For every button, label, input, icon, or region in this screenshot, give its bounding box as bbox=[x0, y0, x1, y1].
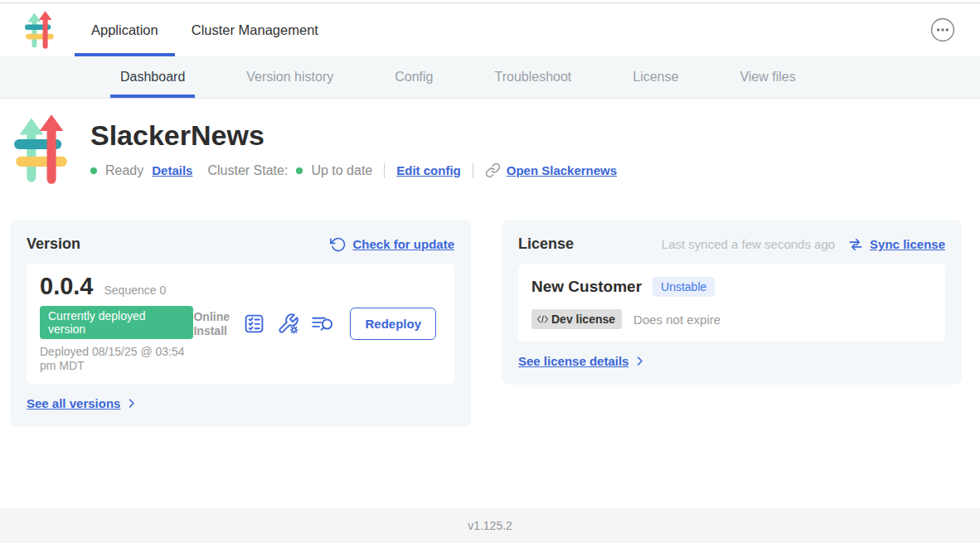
license-type-label: Dev license bbox=[551, 313, 615, 326]
deploy-logs-search-icon bbox=[311, 313, 335, 335]
details-link[interactable]: Details bbox=[152, 163, 192, 177]
link-chain-icon bbox=[485, 162, 501, 178]
app-status-row: Ready Details Cluster State: Up to date … bbox=[90, 162, 617, 178]
dashboard-cards: Version Check for update 0.0.4 Sequence … bbox=[10, 220, 962, 427]
subtab-view-files-label: View files bbox=[740, 70, 795, 85]
sync-license-label: Sync license bbox=[870, 237, 945, 251]
tab-cluster-management[interactable]: Cluster Management bbox=[175, 3, 335, 56]
last-synced-label: Last synced a few seconds ago bbox=[662, 237, 835, 251]
customer-row: New Customer Unstable bbox=[531, 277, 932, 297]
check-for-update-button[interactable]: Check for update bbox=[330, 236, 454, 253]
redeploy-button[interactable]: Redeploy bbox=[350, 308, 436, 340]
see-all-versions-link[interactable]: See all versions bbox=[27, 396, 138, 410]
license-header-right: Last synced a few seconds ago Sync licen… bbox=[662, 236, 945, 253]
console-version-label: v1.125.2 bbox=[468, 519, 512, 532]
edit-config-link[interactable]: Edit config bbox=[396, 163, 461, 177]
app-header: SlackerNews Ready Details Cluster State:… bbox=[14, 114, 980, 184]
chevron-right-icon bbox=[633, 355, 646, 367]
subtab-troubleshoot-label: Troubleshoot bbox=[494, 70, 571, 85]
preflight-checks-button[interactable] bbox=[277, 313, 299, 335]
cluster-state-dot bbox=[296, 167, 303, 174]
divider bbox=[473, 163, 473, 178]
version-card-title: Version bbox=[27, 235, 80, 253]
see-all-versions-label: See all versions bbox=[27, 396, 120, 410]
refresh-icon bbox=[330, 236, 347, 253]
see-license-details-link[interactable]: See license details bbox=[518, 354, 646, 368]
sync-license-button[interactable]: Sync license bbox=[847, 236, 945, 253]
license-info-panel: New Customer Unstable Dev license Does n… bbox=[518, 264, 945, 342]
cluster-state-label: Cluster State: bbox=[207, 163, 288, 178]
subtab-view-files[interactable]: View files bbox=[730, 56, 805, 98]
channel-badge: Unstable bbox=[653, 277, 715, 297]
deployed-status-badge: Currently deployed version bbox=[40, 306, 193, 339]
version-card-header: Version Check for update bbox=[27, 235, 454, 253]
license-type-badge: Dev license bbox=[531, 309, 622, 329]
subtab-dashboard[interactable]: Dashboard bbox=[110, 56, 195, 98]
install-type-label: Online Install bbox=[193, 310, 231, 337]
app-status-dot bbox=[90, 167, 97, 174]
version-number-row: 0.0.4 Sequence 0 bbox=[40, 274, 193, 298]
overflow-menu-button[interactable] bbox=[930, 17, 955, 42]
version-actions: Online Install bbox=[193, 308, 441, 340]
subtab-license-label: License bbox=[633, 70, 678, 85]
app-icon bbox=[14, 114, 69, 184]
version-info: 0.0.4 Sequence 0 Currently deployed vers… bbox=[40, 274, 193, 373]
code-brackets-icon bbox=[536, 314, 549, 324]
cluster-state-value: Up to date bbox=[311, 163, 372, 178]
sequence-label: Sequence 0 bbox=[104, 284, 167, 297]
subtab-version-history[interactable]: Version history bbox=[236, 56, 343, 98]
chevron-right-icon bbox=[125, 397, 138, 410]
tab-cluster-management-label: Cluster Management bbox=[192, 22, 318, 38]
version-number: 0.0.4 bbox=[40, 274, 94, 298]
console-footer: v1.125.2 bbox=[0, 508, 980, 543]
see-license-details-label: See license details bbox=[518, 354, 628, 368]
slackernews-logo-icon bbox=[25, 11, 55, 49]
app-status-label: Ready bbox=[105, 163, 143, 178]
license-card-title: License bbox=[518, 235, 574, 253]
app-sub-nav: Dashboard Version history Config Trouble… bbox=[0, 56, 980, 99]
deployed-timestamp: Deployed 08/15/25 @ 03:54 pm MDT bbox=[40, 345, 193, 373]
license-expiry: Does not expire bbox=[633, 313, 720, 327]
license-type-row: Dev license Does not expire bbox=[531, 309, 932, 329]
subtab-troubleshoot[interactable]: Troubleshoot bbox=[484, 56, 581, 98]
tab-application[interactable]: Application bbox=[75, 3, 175, 56]
config-checklist-button[interactable] bbox=[243, 313, 265, 335]
deploy-logs-button[interactable] bbox=[311, 313, 335, 335]
subtab-license[interactable]: License bbox=[623, 56, 688, 98]
page-title: SlackerNews bbox=[90, 119, 617, 152]
open-app-link[interactable]: Open Slackernews bbox=[485, 162, 617, 178]
tab-application-label: Application bbox=[91, 22, 158, 38]
config-checklist-icon bbox=[243, 313, 265, 335]
top-nav: Application Cluster Management bbox=[0, 3, 980, 56]
subtab-config[interactable]: Config bbox=[385, 56, 443, 98]
ellipsis-menu-icon bbox=[930, 17, 955, 42]
app-header-text: SlackerNews Ready Details Cluster State:… bbox=[90, 114, 617, 184]
dashboard-main: SlackerNews Ready Details Cluster State:… bbox=[0, 114, 980, 427]
divider bbox=[384, 163, 385, 178]
version-card: Version Check for update 0.0.4 Sequence … bbox=[10, 220, 471, 427]
customer-name: New Customer bbox=[531, 278, 642, 296]
subtab-config-label: Config bbox=[395, 70, 433, 85]
license-card-header: License Last synced a few seconds ago Sy… bbox=[518, 235, 945, 253]
top-nav-tabs: Application Cluster Management bbox=[75, 3, 335, 56]
open-app-link-label: Open Slackernews bbox=[507, 163, 617, 177]
check-for-update-label: Check for update bbox=[352, 237, 454, 251]
subtab-dashboard-label: Dashboard bbox=[120, 70, 185, 85]
preflight-wrench-gear-icon bbox=[277, 313, 299, 335]
sync-arrows-icon bbox=[847, 236, 864, 253]
current-version-panel: 0.0.4 Sequence 0 Currently deployed vers… bbox=[27, 264, 454, 384]
license-card: License Last synced a few seconds ago Sy… bbox=[502, 220, 962, 385]
subtab-version-history-label: Version history bbox=[246, 70, 333, 85]
